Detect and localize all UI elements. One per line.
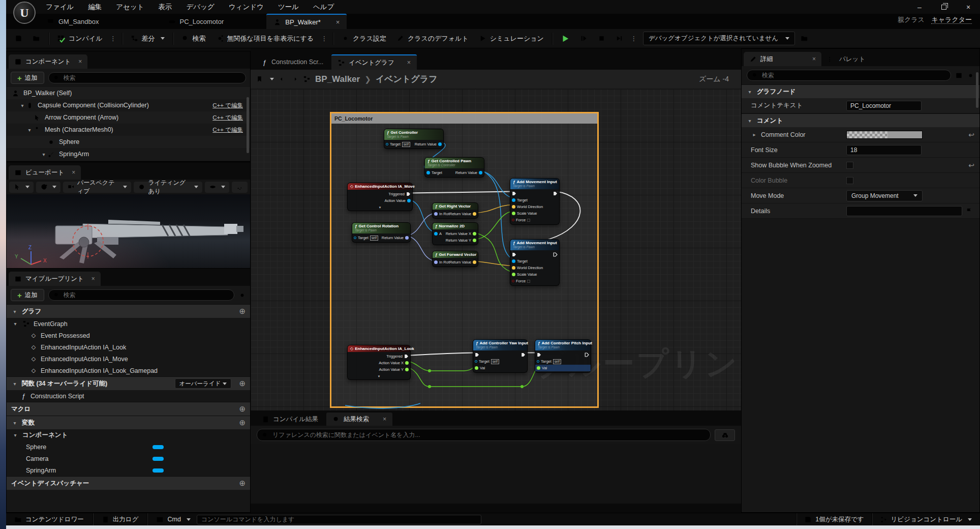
section-macros[interactable]: マクロ⊕ [7,402,250,416]
circle-plus-icon[interactable]: ⊕ [239,404,246,414]
close-icon[interactable]: × [407,59,411,66]
class-defaults-button[interactable]: クラスのデフォルト [392,31,473,46]
menu-item-view[interactable]: 表示 [151,0,179,14]
menu-item-file[interactable]: ファイル [39,0,81,14]
gear-icon[interactable] [238,291,246,299]
graph-node-enhanced-input-action-ia-move[interactable]: ◇EnhancedInputAction IA_MoveTriggeredAct… [347,183,413,211]
data-pin[interactable] [434,232,438,236]
pin-checkbox[interactable] [527,280,530,283]
chevron-down-icon[interactable]: ▾ [26,127,33,133]
data-pin[interactable] [512,266,515,270]
list-item-event-possessed[interactable]: ◇Event Possessed [7,330,250,341]
graph-node-add-controller-pitch-input[interactable]: ƒAdd Controller Pitch InputTarget is Paw… [535,339,591,373]
list-item-ia-look-gamepad[interactable]: ◇EnhancedInputAction IA_Look_Gamepad [7,365,250,376]
data-pin[interactable] [512,259,515,263]
find-results-input[interactable] [271,431,706,439]
graph-node-add-movement-input-2[interactable]: ƒAdd Movement InputTarget is PawnTargetW… [510,239,560,286]
tab-palette[interactable]: パレット [822,52,871,66]
comment-text-input[interactable] [846,101,922,111]
tree-row-mesh[interactable]: ▾ Mesh (CharacterMesh0) C++ で編集 [7,124,250,136]
components-search[interactable] [48,72,246,83]
graph-node-normalize-2d[interactable]: ƒNormalize 2DAReturn Value XReturn Value… [432,222,478,245]
tab-event-graph[interactable]: イベントグラフ × [331,54,417,70]
list-item-var-camera[interactable]: Camera [7,453,250,464]
move-mode-dropdown[interactable]: Group Movement [846,190,923,201]
data-pin[interactable] [537,360,539,363]
details-scrollbar[interactable] [976,72,978,108]
tab-compile-results[interactable]: コンパイル結果 [256,413,324,426]
undo-icon[interactable]: ↩ [968,131,974,139]
arrow-left-icon[interactable] [279,75,286,83]
node-expand-chevron[interactable]: ▾ [348,374,410,379]
data-pin[interactable] [473,232,476,236]
details-input[interactable] [846,206,962,216]
section-variables[interactable]: ▾変数⊕ [7,416,250,429]
font-size-input[interactable] [846,145,922,155]
graph-node-get-control-rotation[interactable]: ƒGet Control RotationTarget is PawnTarge… [352,222,411,243]
tree-row-sphere[interactable]: Sphere [7,136,250,148]
section-comment[interactable]: ▾コメント [742,113,979,127]
tab-find-results[interactable]: 結果検索 × [326,413,392,426]
chevron-down-icon[interactable]: ▾ [40,152,47,157]
exec-pin[interactable] [521,352,526,357]
chevron-right-icon[interactable]: ▸ [751,132,758,137]
edit-cpp-link[interactable]: C++ で編集 [212,126,243,134]
color-bubble-checkbox[interactable] [846,177,853,184]
data-pin[interactable] [479,171,482,174]
play-button[interactable] [556,31,574,46]
data-pin[interactable] [407,199,411,202]
stop-button[interactable] [593,31,610,46]
data-pin[interactable] [512,219,514,221]
viewport-transform-button[interactable] [36,182,60,193]
data-pin[interactable] [438,142,442,146]
circle-plus-icon[interactable]: ⊕ [239,307,246,316]
menu-item-edit[interactable]: 編集 [81,0,109,14]
viewport-3d-view[interactable]: Z Y X [7,194,250,269]
restore-button[interactable] [939,3,948,11]
bookmark-icon[interactable] [256,75,263,83]
chevron-down-icon[interactable]: ▾ [12,321,19,327]
exec-pin[interactable] [553,191,558,196]
edit-cpp-link[interactable]: C++ で編集 [212,102,243,109]
edit-cpp-link[interactable]: C++ で編集 [212,114,243,122]
details-search[interactable] [747,70,951,81]
compile-button[interactable]: コンパイル [52,31,107,46]
data-pin[interactable] [405,236,409,240]
list-item-ia-look[interactable]: ◇EnhancedInputAction IA_Look [7,341,250,353]
section-event-dispatchers[interactable]: イベントディスパッチャー⊕ [7,476,250,490]
event-graph-canvas[interactable]: PC_Locomotor ブループリント ƒGet ControllerTarg… [251,89,741,410]
console-command-input[interactable] [197,515,481,524]
close-icon[interactable]: × [336,18,340,26]
output-log-button[interactable]: 出力ログ [97,513,144,526]
data-pin[interactable] [434,260,438,264]
menu-item-help[interactable]: ヘルプ [306,0,341,14]
details-search-input[interactable] [761,71,946,79]
close-button[interactable]: × [964,3,973,11]
components-search-input[interactable] [63,74,241,82]
data-pin[interactable] [434,212,438,216]
tree-row-bp-walker-self[interactable]: BP_Walker (Self) [7,87,250,99]
graph-node-enhanced-input-action-ia-look[interactable]: ◇EnhancedInputAction IA_LookTriggeredAct… [347,345,411,380]
section-graphs[interactable]: ▾グラフ⊕ [7,304,250,318]
components-scrollbar[interactable] [247,97,249,153]
self-context-box[interactable]: self [491,359,499,364]
self-context-box[interactable]: self [402,142,410,147]
diff-button[interactable]: 差分 [126,31,169,46]
hide-unrelated-options-button[interactable]: ⋮ [319,35,329,42]
viewport-fx-button[interactable] [232,182,248,193]
data-pin[interactable] [512,280,514,282]
viewport-show-dropdown[interactable] [205,182,229,193]
unsaved-status-button[interactable]: 1個が未保存です [799,513,869,526]
close-icon[interactable]: × [812,55,816,63]
menu-item-tools[interactable]: ツール [271,0,306,14]
data-pin[interactable] [475,366,478,370]
tree-row-arrow-component[interactable]: Arrow Component (Arrow) C++ で編集 [7,111,250,124]
exec-pin[interactable] [585,352,589,357]
find-button[interactable]: 検索 [177,31,210,46]
gear-icon[interactable] [967,72,974,79]
show-bubble-checkbox[interactable] [846,162,853,169]
tab-details[interactable]: 詳細 × [744,52,821,66]
circle-plus-icon[interactable]: ⊕ [239,379,246,388]
data-pin[interactable] [512,205,515,209]
pin-checkbox[interactable] [527,219,530,222]
